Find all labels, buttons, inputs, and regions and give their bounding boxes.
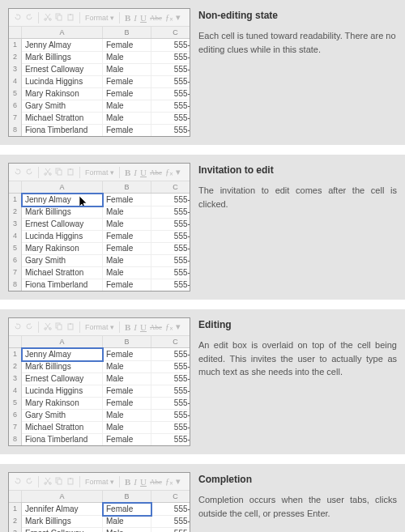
- cell-phone[interactable]: 555-55: [151, 397, 190, 410]
- cell-gender[interactable]: Female: [103, 279, 151, 292]
- cell-phone[interactable]: 555-55: [151, 372, 190, 385]
- cell-phone[interactable]: 555-55: [151, 230, 190, 243]
- copy-icon[interactable]: [55, 322, 63, 332]
- cell-name[interactable]: Mark Billings: [22, 51, 103, 64]
- cell-phone[interactable]: 555-55: [151, 503, 190, 516]
- cell-name[interactable]: Lucinda Higgins: [22, 385, 103, 398]
- strike-button[interactable]: Abc: [150, 168, 162, 177]
- format-menu[interactable]: Format ▾: [85, 14, 114, 22]
- cell-phone[interactable]: 555-55: [151, 527, 190, 532]
- cell-phone[interactable]: 555-55: [151, 279, 190, 292]
- paste-icon[interactable]: [66, 13, 75, 23]
- redo-icon[interactable]: [25, 168, 33, 177]
- paste-icon[interactable]: [66, 168, 75, 177]
- bold-button[interactable]: B: [125, 477, 130, 487]
- italic-button[interactable]: I: [134, 322, 137, 332]
- cell-phone[interactable]: 555-55: [151, 360, 190, 373]
- cell-phone[interactable]: 555-55: [151, 75, 190, 88]
- cell-name[interactable]: Fiona Timberland: [22, 433, 103, 446]
- row-header[interactable]: 3: [9, 63, 22, 76]
- row-header[interactable]: 6: [9, 254, 22, 267]
- row-header[interactable]: 2: [9, 51, 22, 64]
- format-menu[interactable]: Format ▾: [85, 478, 114, 486]
- cell-gender[interactable]: Male: [103, 206, 151, 219]
- column-header[interactable]: A: [22, 181, 103, 193]
- column-header[interactable]: A: [22, 27, 103, 38]
- cell-gender[interactable]: Female: [103, 348, 151, 361]
- cell-gender[interactable]: Male: [103, 421, 151, 434]
- cell-name[interactable]: Michael Stratton: [22, 421, 103, 434]
- cell-gender[interactable]: Female: [103, 433, 151, 446]
- underline-button[interactable]: U: [140, 168, 147, 177]
- cell-name[interactable]: Mary Rakinson: [22, 397, 103, 410]
- cell-gender[interactable]: Male: [103, 51, 151, 64]
- function-button[interactable]: ƒₓ ▾: [165, 476, 181, 487]
- cell-phone[interactable]: 555-55: [151, 87, 190, 100]
- cell-gender[interactable]: Female: [103, 385, 151, 398]
- copy-icon[interactable]: [55, 13, 63, 23]
- cell-name[interactable]: Lucinda Higgins: [22, 230, 103, 243]
- bold-button[interactable]: B: [125, 13, 130, 23]
- cell-name[interactable]: Jenny Almay: [22, 194, 103, 206]
- column-header[interactable]: [9, 181, 22, 193]
- column-header[interactable]: B: [103, 491, 151, 502]
- undo-icon[interactable]: [14, 168, 22, 177]
- cell-name[interactable]: Ernest Calloway: [22, 218, 103, 231]
- cell-gender[interactable]: Female: [103, 39, 151, 52]
- cell-gender[interactable]: Male: [103, 372, 151, 385]
- row-header[interactable]: 5: [9, 87, 22, 100]
- cell-name[interactable]: Mark Billings: [22, 515, 103, 528]
- cell-phone[interactable]: 555-55: [151, 266, 190, 279]
- bold-button[interactable]: B: [125, 168, 130, 177]
- cell-gender[interactable]: Male: [103, 112, 151, 125]
- row-header[interactable]: 1: [9, 503, 22, 516]
- row-header[interactable]: 4: [9, 75, 22, 88]
- cell-gender[interactable]: Female: [103, 194, 151, 206]
- cell-phone[interactable]: 555-55: [151, 515, 190, 528]
- redo-icon[interactable]: [25, 322, 33, 332]
- function-button[interactable]: ƒₓ ▾: [165, 12, 181, 23]
- cut-icon[interactable]: [44, 322, 52, 332]
- cell-name[interactable]: Gary Smith: [22, 254, 103, 267]
- cell-gender[interactable]: Female: [103, 124, 151, 137]
- format-menu[interactable]: Format ▾: [85, 323, 114, 331]
- cell-phone[interactable]: 555-55: [151, 100, 190, 113]
- cell-phone[interactable]: 555-55: [151, 242, 190, 255]
- format-menu[interactable]: Format ▾: [85, 168, 114, 177]
- paste-icon[interactable]: [66, 322, 75, 332]
- cell-gender[interactable]: Male: [103, 254, 151, 267]
- cell-phone[interactable]: 555-55: [151, 112, 190, 125]
- cell-gender[interactable]: Male: [103, 63, 151, 76]
- paste-icon[interactable]: [66, 477, 75, 487]
- row-header[interactable]: 5: [9, 397, 22, 410]
- underline-button[interactable]: U: [140, 477, 147, 487]
- cell-phone[interactable]: 555-55: [151, 348, 190, 361]
- underline-button[interactable]: U: [140, 13, 147, 23]
- row-header[interactable]: 3: [9, 527, 22, 532]
- cell-name[interactable]: Ernest Calloway: [22, 372, 103, 385]
- row-header[interactable]: 8: [9, 279, 22, 292]
- column-header[interactable]: C: [151, 336, 190, 347]
- row-header[interactable]: 1: [9, 348, 22, 361]
- cell-gender[interactable]: Female: [103, 503, 151, 516]
- cell-name[interactable]: Mary Rakinson: [22, 242, 103, 255]
- italic-button[interactable]: I: [134, 13, 137, 23]
- function-button[interactable]: ƒₓ ▾: [165, 321, 181, 332]
- cell-phone[interactable]: 555-55: [151, 39, 190, 52]
- row-header[interactable]: 3: [9, 218, 22, 231]
- cell-phone[interactable]: 555-55: [151, 421, 190, 434]
- row-header[interactable]: 7: [9, 421, 22, 434]
- function-button[interactable]: ƒₓ ▾: [165, 167, 181, 177]
- copy-icon[interactable]: [55, 168, 63, 177]
- column-header[interactable]: C: [151, 491, 190, 502]
- cell-name[interactable]: Jenny Almay: [22, 348, 103, 361]
- cell-name[interactable]: Lucinda Higgins: [22, 75, 103, 88]
- bold-button[interactable]: B: [125, 322, 130, 332]
- column-header[interactable]: B: [103, 27, 151, 38]
- cell-gender[interactable]: Male: [103, 266, 151, 279]
- column-header[interactable]: B: [103, 181, 151, 193]
- column-header[interactable]: A: [22, 491, 103, 502]
- cell-gender[interactable]: Male: [103, 218, 151, 231]
- cell-name[interactable]: Gary Smith: [22, 100, 103, 113]
- redo-icon[interactable]: [25, 477, 33, 487]
